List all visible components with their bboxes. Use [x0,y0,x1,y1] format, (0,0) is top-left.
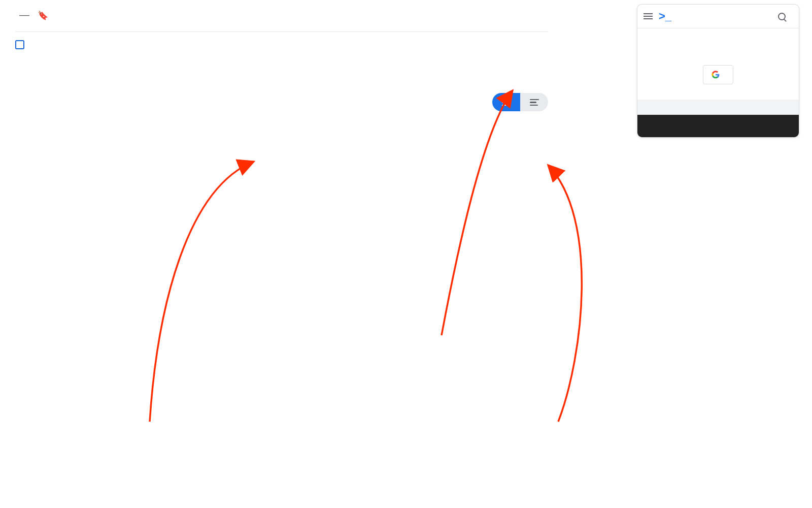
show-origin-checkbox[interactable] [15,40,24,49]
field-data-intro: — 🔖 [15,5,548,24]
cookie-banner [637,115,799,137]
view-toggle[interactable] [492,93,548,111]
menu-icon[interactable] [644,13,653,19]
view-toggle-expanded[interactable] [520,93,548,111]
phone-preview: >_ [637,4,799,138]
search-icon[interactable] [778,13,786,20]
bookmark-icon: 🔖 [38,9,48,23]
google-icon [712,71,720,79]
google-signin-button[interactable] [703,65,733,84]
view-toggle-compact[interactable] [492,93,520,111]
webdev-logo[interactable]: >_ [659,10,674,23]
